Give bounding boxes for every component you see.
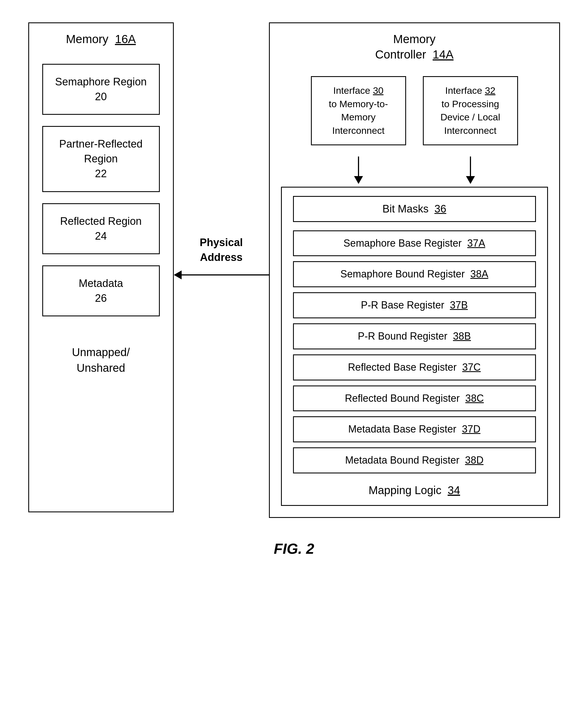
metadata-base-register-ref: 37D — [462, 423, 481, 435]
metadata-bound-register-ref: 38D — [465, 454, 484, 466]
down-arrow-right-line — [470, 157, 471, 176]
partner-reflected-region-box: Partner-Reflected Region 22 — [42, 126, 160, 192]
metadata-label: Metadata — [79, 277, 123, 289]
down-arrow-left-head-icon — [354, 176, 363, 184]
physical-address-arrow — [174, 270, 269, 280]
down-arrows-row — [281, 157, 548, 184]
reflected-bound-register-box: Reflected Bound Register 38C — [293, 386, 536, 412]
down-arrow-left-line — [358, 157, 359, 176]
reflected-base-register-box: Reflected Base Register 37C — [293, 354, 536, 380]
bit-masks-box: Bit Masks 36 — [293, 196, 536, 222]
metadata-base-register-label: Metadata Base Register — [348, 423, 456, 435]
reflected-region-label: Reflected Region — [60, 215, 142, 227]
metadata-number: 26 — [95, 292, 107, 304]
controller-box: MemoryController 14A Interface 30 to Mem… — [269, 22, 560, 518]
reflected-region-number: 24 — [95, 230, 107, 242]
interface-30-label: Interface 30 — [333, 85, 384, 96]
down-arrow-left — [311, 157, 406, 184]
interface-30-sublabel: to Memory-to-Memory Interconnect — [329, 99, 388, 136]
interface-30-box: Interface 30 to Memory-to-Memory Interco… — [311, 76, 406, 145]
unmapped-text: Unmapped/Unshared — [72, 344, 130, 376]
interface-32-label: Interface 32 — [445, 85, 496, 96]
reflected-bound-register-label: Reflected Bound Register — [345, 392, 460, 404]
memory-label: Memory — [66, 33, 109, 46]
semaphore-base-register-ref: 37A — [467, 238, 485, 249]
metadata-region-box: Metadata 26 — [42, 265, 160, 316]
fig-caption: FIG. 2 — [274, 540, 314, 557]
pr-bound-register-ref: 38B — [453, 330, 471, 342]
memory-ref: 16A — [115, 33, 136, 46]
diagram-container: Memory 16A Semaphore Region 20 Partner-R… — [28, 22, 560, 518]
memory-box: Memory 16A Semaphore Region 20 Partner-R… — [28, 22, 174, 512]
physical-address-label: PhysicalAddress — [200, 235, 243, 265]
partner-reflected-number: 22 — [95, 168, 107, 180]
memory-title: Memory 16A — [66, 32, 136, 47]
interface-32-box: Interface 32 to Processing Device / Loca… — [423, 76, 518, 145]
arrow-horizontal-line — [182, 274, 269, 275]
bit-masks-label: Bit Masks — [382, 203, 428, 215]
semaphore-region-box: Semaphore Region 20 — [42, 64, 160, 115]
metadata-bound-register-label: Metadata Bound Register — [345, 454, 459, 466]
semaphore-region-label: Semaphore Region — [55, 76, 147, 88]
inner-controller-box: Bit Masks 36 Semaphore Base Register 37A… — [281, 187, 548, 506]
semaphore-bound-register-ref: 38A — [470, 268, 488, 280]
interface-30-ref: 30 — [373, 85, 383, 96]
arrow-section: PhysicalAddress — [174, 235, 269, 280]
bit-masks-ref: 36 — [434, 203, 446, 215]
semaphore-bound-register-box: Semaphore Bound Register 38A — [293, 261, 536, 287]
semaphore-base-register-box: Semaphore Base Register 37A — [293, 230, 536, 256]
interface-32-ref: 32 — [485, 85, 496, 96]
arrow-head-left-icon — [174, 270, 182, 280]
controller-title: MemoryController 14A — [375, 32, 454, 62]
pr-base-register-label: P-R Base Register — [361, 299, 444, 311]
partner-reflected-label: Partner-Reflected Region — [59, 138, 143, 165]
reflected-base-register-ref: 37C — [462, 362, 481, 373]
pr-base-register-ref: 37B — [450, 299, 468, 311]
controller-ref: 14A — [433, 48, 454, 61]
down-arrow-right-head-icon — [466, 176, 475, 184]
semaphore-base-register-label: Semaphore Base Register — [343, 238, 462, 249]
metadata-bound-register-box: Metadata Bound Register 38D — [293, 447, 536, 473]
reflected-base-register-label: Reflected Base Register — [348, 362, 457, 373]
semaphore-bound-register-label: Semaphore Bound Register — [340, 268, 465, 280]
pr-bound-register-box: P-R Bound Register 38B — [293, 323, 536, 349]
metadata-base-register-box: Metadata Base Register 37D — [293, 416, 536, 442]
interface-32-sublabel: to Processing Device / Local Interconnec… — [441, 99, 500, 136]
pr-base-register-box: P-R Base Register 37B — [293, 292, 536, 318]
mapping-logic-label: Mapping Logic — [369, 484, 441, 496]
controller-label: MemoryController — [375, 33, 436, 61]
mapping-logic-text: Mapping Logic 34 — [369, 484, 460, 497]
mapping-logic-ref: 34 — [447, 484, 460, 496]
interfaces-row: Interface 30 to Memory-to-Memory Interco… — [281, 76, 548, 145]
reflected-region-box: Reflected Region 24 — [42, 203, 160, 254]
semaphore-region-number: 20 — [95, 91, 107, 102]
reflected-bound-register-ref: 38C — [465, 392, 484, 404]
down-arrow-right — [423, 157, 518, 184]
pr-bound-register-label: P-R Bound Register — [358, 330, 447, 342]
